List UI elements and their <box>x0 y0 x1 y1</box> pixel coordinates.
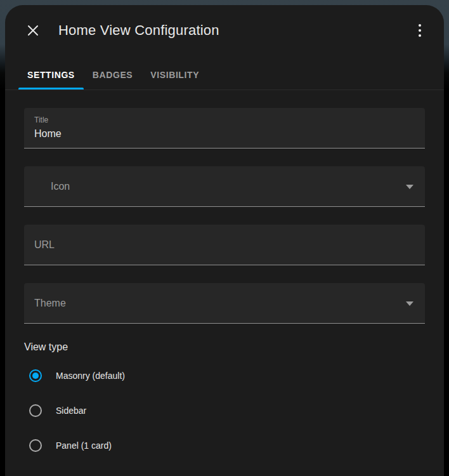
settings-tab-content: Title Home Icon URL Theme View type Maso… <box>5 90 444 458</box>
radio-button-icon <box>29 404 42 417</box>
title-field[interactable]: Title Home <box>24 108 425 149</box>
radio-button-icon <box>29 439 42 452</box>
radio-panel-label: Panel (1 card) <box>56 440 112 451</box>
close-icon[interactable] <box>24 22 42 39</box>
title-field-label: Title <box>34 116 48 124</box>
radio-masonry-label: Masonry (default) <box>56 371 125 381</box>
kebab-menu-icon[interactable] <box>411 22 429 39</box>
radio-sidebar-label: Sidebar <box>56 406 86 416</box>
home-view-configuration-dialog: Home View Configuration SETTINGS BADGES … <box>5 5 444 476</box>
dialog-header: Home View Configuration <box>5 5 444 56</box>
tab-badges[interactable]: BADGES <box>84 60 142 89</box>
title-field-value: Home <box>34 128 62 140</box>
icon-field[interactable]: Icon <box>24 166 425 207</box>
tab-settings[interactable]: SETTINGS <box>18 60 84 89</box>
icon-field-label: Icon <box>51 181 70 192</box>
kebab-dot <box>419 29 421 32</box>
chevron-down-icon <box>406 301 413 306</box>
radio-panel[interactable]: Panel (1 card) <box>29 433 425 458</box>
view-type-label: View type <box>24 341 425 353</box>
kebab-dot <box>419 24 421 27</box>
dialog-title: Home View Configuration <box>58 22 411 39</box>
close-x-glyph <box>27 25 39 36</box>
radio-masonry[interactable]: Masonry (default) <box>29 363 425 388</box>
active-tab-indicator <box>18 88 84 89</box>
tab-bar: SETTINGS BADGES VISIBILITY <box>5 60 444 90</box>
radio-button-icon <box>29 369 42 382</box>
url-field-placeholder: URL <box>34 239 55 251</box>
chevron-down-icon <box>406 185 413 189</box>
tab-badges-label: BADGES <box>93 70 133 80</box>
kebab-dot <box>419 34 421 37</box>
tab-visibility-label: VISIBILITY <box>150 70 199 80</box>
url-field[interactable]: URL <box>24 225 425 265</box>
theme-field[interactable]: Theme <box>24 283 425 324</box>
theme-field-label: Theme <box>34 298 66 309</box>
tab-settings-label: SETTINGS <box>27 70 75 80</box>
tab-visibility[interactable]: VISIBILITY <box>141 60 208 89</box>
radio-sidebar[interactable]: Sidebar <box>29 398 425 423</box>
